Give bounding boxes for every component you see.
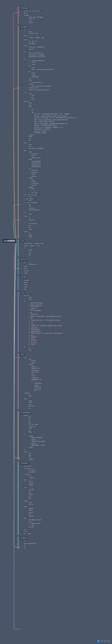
leaf-node[interactable]: 意向锁 间隙锁: [34, 388, 41, 390]
node-label[interactable]: 角色: [23, 540, 26, 542]
leaf-node[interactable]: 动态规划: [28, 458, 34, 460]
leaf-node[interactable]: gson: [31, 97, 34, 98]
leaf-node[interactable]: IOC: [31, 108, 34, 109]
leaf-node[interactable]: ArrayList: [31, 62, 36, 63]
leaf-node[interactable]: 定时任务 cron: [28, 208, 36, 209]
leaf-node[interactable]: 慢查询 执行计划 📌: [31, 368, 42, 369]
leaf-node[interactable]: ● 索引执行原理: [31, 370, 39, 371]
leaf-node[interactable]: slf4j: [28, 227, 31, 228]
leaf-node[interactable]: Set: [28, 66, 31, 67]
leaf-node[interactable]: 网络编程: [28, 186, 34, 188]
node-label[interactable]: NoSQL: [23, 357, 28, 358]
node-label[interactable]: 行为模式: [23, 286, 29, 288]
node-label[interactable]: 运维: [23, 262, 26, 263]
leaf-node[interactable]: ConcurrentHashMap: [31, 160, 41, 162]
leaf-node[interactable]: 交换排序 冒泡排序 快速排序: [31, 441, 46, 442]
leaf-node[interactable]: jackson: [31, 98, 35, 100]
leaf-node[interactable]: @Repository：标识在数据访问层的DAO组件类: [34, 125, 57, 126]
node-label[interactable]: 容器: [23, 211, 26, 213]
leaf-node[interactable]: mysql命令 📌: [31, 366, 38, 367]
node-label[interactable]: 敏捷开发: [23, 266, 29, 267]
leaf-node[interactable]: 线程池: [28, 159, 32, 160]
node-label[interactable]: 分布式缓存: [23, 473, 30, 475]
leaf-node[interactable]: 架构: [28, 521, 31, 522]
leaf-node[interactable]: List（《实战Java高并发程序设计》）: [28, 60, 47, 61]
node-label[interactable]: Linux（推荐《鸟哥的私房菜》）: [23, 202, 40, 204]
node-label[interactable]: 数据结构: [23, 414, 29, 416]
leaf-node[interactable]: Stream API: [28, 48, 34, 50]
node-label[interactable]: Maven（推荐《Maven实战》）: [23, 194, 40, 196]
node-label[interactable]: 环境《鸟哥》: [23, 295, 31, 296]
leaf-node[interactable]: Eclipse: [28, 31, 32, 32]
leaf-node[interactable]: 14、性能监控日志 📌: [28, 327, 40, 328]
leaf-node[interactable]: Groovy: [28, 350, 32, 351]
node-label[interactable]: 查找: [23, 448, 26, 450]
leaf-node[interactable]: 锁 📌 📌: [31, 381, 36, 382]
leaf-node[interactable]: 注解: [31, 112, 34, 113]
leaf-node[interactable]: Exchanger: [31, 181, 37, 182]
node-label[interactable]: 服务器: [23, 142, 28, 144]
node-label[interactable]: 数据库: [23, 479, 28, 481]
leaf-node[interactable]: Mockito: [28, 234, 33, 236]
node-label[interactable]: 成果 怎么更能做到精准细: [23, 542, 37, 544]
node-label[interactable]: 内存模型、类加载机制、GC算法: [23, 245, 40, 246]
leaf-node[interactable]: Semaphore: [31, 185, 37, 186]
leaf-node[interactable]: Solr: [28, 217, 31, 219]
leaf-node[interactable]: 日志分析 sed/awk/grep: [28, 210, 40, 211]
leaf-node[interactable]: jstat: [28, 255, 31, 256]
leaf-node[interactable]: 21、看文件内容 📌: [28, 340, 38, 342]
leaf-node[interactable]: Hive: [28, 408, 31, 409]
branch-title[interactable]: Linux: [20, 292, 25, 294]
leaf-node[interactable]: 软件 LVS: [28, 504, 33, 505]
leaf-node[interactable]: Stack: [28, 78, 32, 80]
leaf-node[interactable]: HashSet: [31, 67, 36, 68]
leaf-node[interactable]: 读写分离: [28, 481, 34, 482]
leaf-node[interactable]: 回溯: [28, 454, 31, 456]
leaf-node[interactable]: 数组: [28, 416, 31, 418]
leaf-node[interactable]: BitMap: [28, 432, 32, 433]
node-label[interactable]: 大数据: [23, 398, 28, 400]
leaf-node[interactable]: 13、ps 查看某个进程，根据进程PID对应查看的TCP各端口占用情况 📌: [28, 325, 64, 326]
leaf-node[interactable]: 外部排序: [28, 446, 34, 448]
leaf-node[interactable]: happens-before原则: [31, 157, 41, 158]
node-label[interactable]: 思路: [23, 544, 26, 546]
leaf-node[interactable]: MyBatis: [28, 136, 33, 138]
node-label[interactable]: 分布式Session: [23, 468, 32, 469]
node-label[interactable]: 面向对象: [23, 39, 29, 40]
leaf-node[interactable]: Nexus: [28, 196, 32, 197]
leaf-node[interactable]: HTTPS: [28, 20, 32, 22]
leaf-node[interactable]: logback: [28, 229, 33, 230]
leaf-node[interactable]: ZeroMQ: [28, 510, 33, 511]
node-label[interactable]: 计算平台: [23, 531, 29, 532]
leaf-node[interactable]: 分布式事务: [28, 489, 35, 490]
leaf-node[interactable]: Spark: [28, 404, 32, 405]
leaf-node[interactable]: 微服务 Spring Boot: [31, 523, 41, 524]
leaf-node[interactable]: Maven: [28, 104, 32, 106]
leaf-node[interactable]: ActiveMQ: [28, 512, 34, 513]
leaf-node[interactable]: Ubuntu: [28, 297, 32, 298]
node-label[interactable]: 工具类: [23, 91, 28, 93]
leaf-node[interactable]: HBase: [28, 402, 32, 403]
leaf-node[interactable]: IO、NIO: [31, 190, 36, 192]
branch-title[interactable]: 分布式系统: [20, 462, 29, 465]
leaf-node[interactable]: Redis: [28, 475, 32, 476]
leaf-node[interactable]: Netty: [28, 140, 32, 141]
node-label[interactable]: 容灾、异地多活: [23, 533, 32, 535]
node-label[interactable]: 自动化测试: [23, 270, 30, 272]
leaf-node[interactable]: TreeMap: [31, 73, 36, 74]
leaf-node[interactable]: 15、查看系统性能情况 📌: [28, 329, 42, 330]
leaf-node[interactable]: 选择排序 直接选择排序: [31, 437, 43, 438]
leaf-node[interactable]: ZAB: [28, 498, 31, 500]
leaf-node[interactable]: @RequestMapping：请求映射注解: [34, 128, 51, 130]
node-label[interactable]: 虚拟化: [23, 528, 28, 530]
leaf-node[interactable]: 基数排序 桶排序、计数排序: [31, 445, 45, 446]
node-label[interactable]: 反模式: [23, 288, 28, 290]
leaf-node[interactable]: 服务注册与发现 ZooKeeper: [28, 520, 42, 521]
leaf-node[interactable]: 19、看网络流量 📌 📌: [28, 336, 40, 338]
leaf-node[interactable]: LinkedHashMap: [31, 76, 39, 78]
leaf-node[interactable]: TestNG: [28, 236, 32, 238]
leaf-node[interactable]: Shell: [28, 348, 31, 349]
leaf-node[interactable]: BASE: [28, 492, 32, 494]
leaf-node[interactable]: HashMap: [31, 74, 36, 76]
leaf-node[interactable]: Tomcat: [28, 144, 32, 145]
